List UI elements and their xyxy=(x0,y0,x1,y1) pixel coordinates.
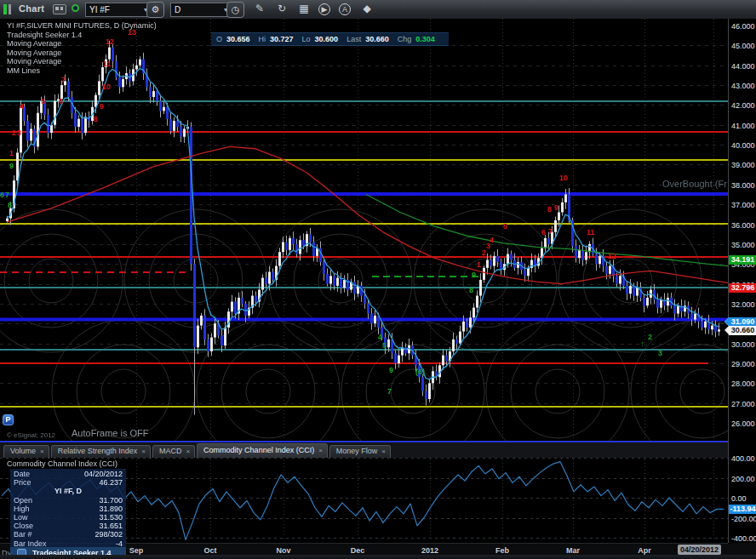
chart-legend: YI #F,SILVER MINI FUTURES, D (Dynamic) T… xyxy=(7,21,157,75)
quote-board-icon: ▦ xyxy=(299,3,308,14)
data-window-key: Low xyxy=(14,513,99,522)
price-axis-label: 32.000 xyxy=(731,300,755,309)
legend-ma-2: Moving Average xyxy=(7,48,157,58)
chart-application: Chart YI #F ▾ ⚙ D ▾ ◷ ✎ ↻ ▦ ▶ A ◆ xyxy=(0,0,756,559)
data-window-row: Close31.651 xyxy=(14,522,123,530)
cci-panel-title: Commodity Channel Index (CCI) xyxy=(7,459,117,468)
price-axis-label: 39.000 xyxy=(731,161,755,169)
chart-window-icon xyxy=(3,3,15,15)
tab-label: MACD xyxy=(159,447,182,455)
autoframe-status: AutoFrame is OFF xyxy=(72,428,148,438)
symbol-dropdown[interactable]: YI #F ▾ xyxy=(85,3,152,17)
data-window-row: Price46.237 xyxy=(14,478,123,487)
close-icon[interactable]: × xyxy=(141,448,146,455)
link-badge-icon[interactable] xyxy=(53,4,66,14)
close-icon[interactable]: × xyxy=(318,447,323,454)
eraser-button[interactable]: ◆ xyxy=(359,3,375,14)
data-window-key: Close xyxy=(14,522,99,530)
study-tab-bar: Volume×Relative Strength Index×MACD×Comm… xyxy=(0,442,756,458)
data-window-key: Price xyxy=(14,478,99,487)
clock-icon: ◷ xyxy=(232,4,240,14)
interval-dropdown[interactable]: D ▾ xyxy=(170,3,232,17)
cci-axis-badge: -113.94 xyxy=(729,505,756,514)
cci-axis-label: 0.00 xyxy=(731,494,747,503)
data-window-key: Bar # xyxy=(14,530,94,539)
close-icon[interactable]: × xyxy=(381,448,386,455)
replay-button[interactable]: ▶ xyxy=(318,3,330,15)
time-template-button[interactable]: ◷ xyxy=(226,2,244,18)
quote-field-lo: Lo30.600 xyxy=(302,35,339,43)
cci-axis-label: -200.00 xyxy=(731,515,756,523)
page-badge-button[interactable]: P xyxy=(3,414,14,425)
auto-icon: A xyxy=(342,5,347,14)
data-window-row: Date04/20/2012 xyxy=(14,470,123,478)
data-window-value: 298/302 xyxy=(94,530,123,539)
time-axis-label: Mar xyxy=(566,546,580,555)
overbought-label: OverBought (Fr xyxy=(662,179,728,189)
pencil-icon: ✎ xyxy=(255,3,264,14)
symbol-value: YI #F xyxy=(89,5,110,14)
close-icon[interactable]: × xyxy=(40,448,44,455)
data-window-value: 31.651 xyxy=(99,522,123,530)
price-axis-label: 44.000 xyxy=(731,62,755,71)
quote-field-chg: Chg0.304 xyxy=(398,35,435,43)
cci-axis-label: -400.00 xyxy=(731,534,756,543)
symbol-link-icon[interactable] xyxy=(72,4,79,12)
tab-relative-strength-index[interactable]: Relative Strength Index× xyxy=(51,445,151,458)
data-window-value: 31.530 xyxy=(99,513,123,522)
time-axis-label: Apr xyxy=(638,546,651,555)
price-axis-label: 27.000 xyxy=(731,400,755,408)
time-axis-label: Dec xyxy=(351,546,365,555)
tab-volume[interactable]: Volume× xyxy=(3,445,49,458)
time-axis-label: Nov xyxy=(276,546,290,555)
quote-bar: O30.656Hi30.727Lo30.600Last30.660Chg0.30… xyxy=(211,32,449,46)
legend-ma-3: Moving Average xyxy=(7,57,157,66)
refresh-icon: ↻ xyxy=(278,3,286,14)
cci-axis-label: 200.00 xyxy=(731,475,755,483)
play-icon: ▶ xyxy=(322,5,328,14)
window-title: Chart xyxy=(19,3,44,14)
tab-label: Volume xyxy=(10,447,36,455)
quote-field-o: O30.656 xyxy=(216,35,250,43)
price-axis-label: 30.000 xyxy=(731,340,755,349)
price-axis[interactable]: 46.00045.00044.00043.00042.00041.00040.0… xyxy=(728,19,756,543)
data-window-key: Date xyxy=(14,470,84,478)
legend-mm-lines: MM Lines xyxy=(7,66,157,76)
data-window-row: Low31.530 xyxy=(14,513,123,522)
quote-board-button[interactable]: ▦ xyxy=(296,3,312,14)
time-axis-label: Feb xyxy=(495,546,509,555)
tab-label: Relative Strength Index xyxy=(58,447,138,455)
price-axis-label: 42.000 xyxy=(731,101,755,110)
data-window[interactable]: Date04/20/2012Price46.237YI #F, DOpen31.… xyxy=(10,469,126,548)
price-axis-label: 35.000 xyxy=(731,241,755,249)
data-window-key: Open xyxy=(14,496,99,505)
tab-commodity-channel-index-cci-[interactable]: Commodity Channel Index (CCI)× xyxy=(197,443,328,458)
price-axis-label: 29.000 xyxy=(731,360,755,368)
settings-button[interactable]: ⚙ xyxy=(146,2,164,18)
close-icon[interactable]: × xyxy=(186,448,190,455)
price-axis-label: 41.000 xyxy=(731,122,755,130)
price-axis-label: 40.000 xyxy=(731,141,755,150)
main-chart-canvas[interactable] xyxy=(0,19,728,441)
time-axis-label: Sep xyxy=(129,546,144,555)
time-axis-label: Oct xyxy=(203,546,216,555)
tab-macd[interactable]: MACD× xyxy=(152,445,195,458)
price-axis-label: 38.000 xyxy=(731,181,755,190)
price-axis-label: 46.000 xyxy=(731,22,755,31)
price-axis-badge: 32.796 xyxy=(729,283,756,293)
tab-money-flow[interactable]: Money Flow× xyxy=(329,445,391,458)
price-axis-label: 26.000 xyxy=(731,419,755,428)
data-window-row: Open31.700 xyxy=(14,496,123,505)
price-axis-label: 37.000 xyxy=(731,201,755,209)
legend-study-seeker: Tradesight Seeker 1.4 xyxy=(7,31,157,40)
autoframe-button[interactable]: A xyxy=(339,3,351,15)
refresh-button[interactable]: ↻ xyxy=(274,3,289,14)
draw-pencil-button[interactable]: ✎ xyxy=(252,3,267,14)
esignal-copyright: © eSignal; 2012 xyxy=(7,431,55,439)
time-axis-cursor-badge: 04/20/2012 xyxy=(678,545,721,555)
price-axis-badge: 30.660 xyxy=(729,326,756,335)
eraser-icon: ◆ xyxy=(363,3,370,14)
data-window-row: High31.890 xyxy=(14,505,123,513)
data-window-value: 31.890 xyxy=(99,505,123,513)
gear-icon: ⚙ xyxy=(152,4,160,14)
